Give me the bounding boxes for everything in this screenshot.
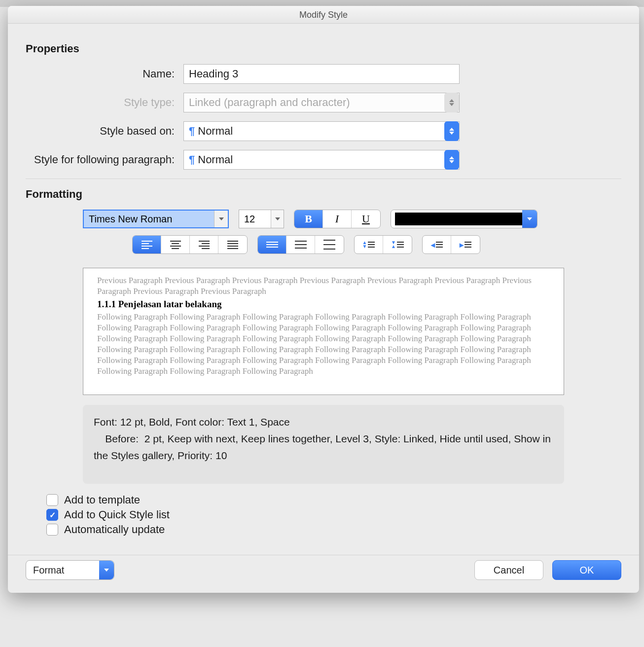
label-name: Name: xyxy=(26,68,183,80)
add-to-quick-style-label: Add to Quick Style list xyxy=(64,508,170,521)
based-on-select[interactable]: ¶ Normal xyxy=(183,121,460,141)
following-select[interactable]: ¶ Normal xyxy=(183,150,460,170)
alignment-group xyxy=(132,235,248,254)
font-size-value: 12 xyxy=(244,214,255,225)
name-input[interactable] xyxy=(183,64,460,84)
dropdown-icon xyxy=(99,561,114,579)
italic-button[interactable]: I xyxy=(323,210,352,228)
dropdown-icon xyxy=(522,210,537,228)
description-line: Before: 2 pt, Keep with next, Keep lines… xyxy=(94,431,553,464)
spacing-15-icon xyxy=(295,241,307,249)
indent-group: ◂ ▸ xyxy=(422,235,480,254)
spacing-1-button[interactable] xyxy=(258,236,286,253)
bold-button[interactable]: B xyxy=(294,210,323,228)
line-spacing-group xyxy=(257,235,344,254)
para-space-increase-button[interactable]: ▲▼ xyxy=(355,236,383,253)
stepper-icon xyxy=(444,150,459,170)
align-left-icon xyxy=(142,241,152,249)
dropdown-icon xyxy=(214,211,228,227)
align-justify-button[interactable] xyxy=(218,236,247,253)
auto-update-checkbox[interactable] xyxy=(46,524,58,536)
align-justify-icon xyxy=(227,241,238,249)
following-value: Normal xyxy=(198,153,233,166)
divider xyxy=(26,179,621,179)
ok-button[interactable]: OK xyxy=(552,560,621,580)
add-to-template-label: Add to template xyxy=(64,494,140,506)
preview-following-text: Following Paragraph Following Paragraph … xyxy=(97,312,550,377)
preview-previous-text: Previous Paragraph Previous Paragraph Pr… xyxy=(97,275,550,297)
format-menu-button[interactable]: Format xyxy=(26,560,114,580)
add-to-quick-style-checkbox[interactable]: ✓ xyxy=(46,509,58,521)
align-center-icon xyxy=(170,241,181,249)
stepper-icon xyxy=(444,93,459,112)
description-line: Font: 12 pt, Bold, Font color: Text 1, S… xyxy=(94,414,553,431)
font-style-group: B I U xyxy=(294,210,381,228)
style-type-select: Linked (paragraph and character) xyxy=(183,93,460,112)
font-size-select[interactable]: 12 xyxy=(239,210,284,228)
align-right-button[interactable] xyxy=(190,236,218,253)
para-space-decrease-button[interactable]: ▼▲ xyxy=(383,236,412,253)
font-color-select[interactable] xyxy=(391,210,537,228)
pilcrow-icon: ¶ xyxy=(189,153,195,166)
style-preview: Previous Paragraph Previous Paragraph Pr… xyxy=(83,268,564,395)
para-spacing-group: ▲▼ ▼▲ xyxy=(354,235,412,254)
modify-style-dialog: Modify Style Properties Name: Style type… xyxy=(8,6,639,593)
style-type-value: Linked (paragraph and character) xyxy=(189,96,350,109)
decrease-indent-icon: ◂ xyxy=(431,240,443,250)
section-properties: Properties xyxy=(26,42,621,55)
spacing-1-icon xyxy=(266,242,278,248)
color-swatch xyxy=(395,213,522,225)
spacing-2-button[interactable] xyxy=(315,236,344,253)
spacing-2-icon xyxy=(323,240,335,250)
font-family-value: Times New Roman xyxy=(89,214,172,225)
style-description: Font: 12 pt, Bold, Font color: Text 1, S… xyxy=(83,405,564,484)
align-right-icon xyxy=(199,241,210,249)
dropdown-icon xyxy=(271,210,284,228)
dialog-title: Modify Style xyxy=(8,6,639,24)
font-family-select[interactable]: Times New Roman xyxy=(83,210,229,228)
increase-indent-icon: ▸ xyxy=(460,240,471,250)
label-following: Style for following paragraph: xyxy=(26,153,183,166)
align-left-button[interactable] xyxy=(133,236,161,253)
preview-sample-text: 1.1.1 Penjelasan latar belakang xyxy=(97,299,550,310)
section-formatting: Formatting xyxy=(26,188,621,201)
auto-update-label: Automatically update xyxy=(64,523,165,536)
add-to-template-checkbox[interactable] xyxy=(46,494,58,506)
para-space-increase-icon: ▲▼ xyxy=(362,241,375,249)
format-menu-label: Format xyxy=(33,565,64,576)
underline-button[interactable]: U xyxy=(352,210,380,228)
label-style-type: Style type: xyxy=(26,96,183,109)
cancel-button[interactable]: Cancel xyxy=(474,560,543,580)
para-space-decrease-icon: ▼▲ xyxy=(391,241,404,249)
align-center-button[interactable] xyxy=(161,236,190,253)
spacing-15-button[interactable] xyxy=(286,236,315,253)
based-on-value: Normal xyxy=(198,125,233,138)
decrease-indent-button[interactable]: ◂ xyxy=(423,236,451,253)
increase-indent-button[interactable]: ▸ xyxy=(451,236,480,253)
label-based-on: Style based on: xyxy=(26,125,183,138)
stepper-icon xyxy=(444,121,459,141)
pilcrow-icon: ¶ xyxy=(189,125,195,138)
